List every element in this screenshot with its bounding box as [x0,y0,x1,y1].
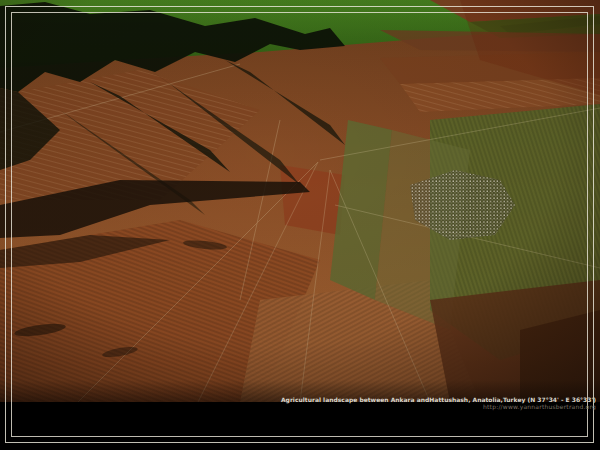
aerial-photo-art [0,0,600,402]
caption-url: http://www.yannarthusbertrand.org [281,403,596,410]
wallpaper-image: Agricultural landscape between Ankara an… [0,0,600,450]
caption-text: Agricultural landscape between Ankara an… [281,396,596,403]
photo-caption: Agricultural landscape between Ankara an… [281,396,596,410]
aerial-photo [0,0,600,402]
